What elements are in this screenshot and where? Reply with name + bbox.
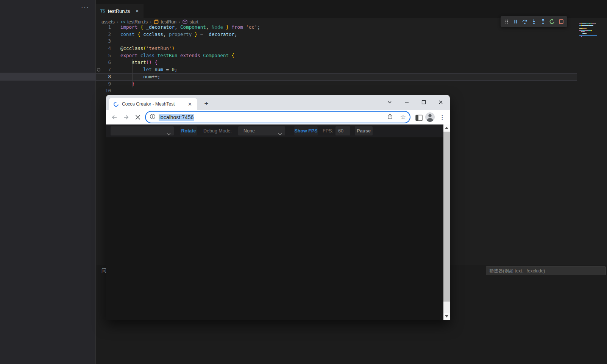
debug-mode-value: None <box>243 128 255 134</box>
minimize-icon[interactable] <box>398 95 415 109</box>
browser-tab[interactable]: Cocos Creator - MeshTest ✕ <box>109 98 197 110</box>
editor-tab-bar: TS testRun.ts × <box>96 0 607 18</box>
code-line[interactable]: 6 start() { <box>96 59 577 66</box>
tab-testrun[interactable]: TS testRun.ts × <box>96 4 144 18</box>
pause-icon[interactable] <box>512 17 520 26</box>
cocos-favicon-icon <box>112 101 119 107</box>
line-number[interactable]: 8 <box>96 73 111 81</box>
line-number[interactable]: 5 <box>96 52 111 59</box>
tab-close-icon[interactable]: × <box>136 8 139 14</box>
show-fps-button[interactable]: Show FPS <box>294 126 318 135</box>
debug-mode-select[interactable]: None <box>238 126 285 135</box>
scroll-down-icon[interactable] <box>443 313 450 320</box>
kebab-menu-icon[interactable]: ⋮ <box>438 113 446 121</box>
line-number[interactable]: 2 <box>96 31 111 38</box>
code-text <box>111 87 120 95</box>
debug-filter-input[interactable] <box>486 266 606 275</box>
device-select[interactable] <box>111 126 174 135</box>
preview-toolbar: Rotate Debug Mode: None Show FPS FPS: 60… <box>106 124 443 137</box>
line-number[interactable]: 4 <box>96 45 111 52</box>
minimap-token <box>579 28 582 29</box>
code-line[interactable]: 7 let num = 0; <box>96 66 577 73</box>
scroll-up-icon[interactable] <box>443 124 450 131</box>
share-icon[interactable] <box>387 113 393 121</box>
address-bar[interactable]: localhost:7456 ☆ <box>146 112 410 123</box>
site-info-icon[interactable] <box>150 114 156 121</box>
code-text <box>111 38 120 45</box>
debug-mode-label: Debug Mode: <box>203 128 232 134</box>
pause-button[interactable]: Pause <box>355 126 373 135</box>
code-line[interactable]: 5export class testRun extends Component … <box>96 52 577 59</box>
forward-icon[interactable] <box>122 113 130 121</box>
step-out-icon[interactable] <box>539 17 547 26</box>
code-text: num++; <box>111 73 160 81</box>
code-text: } <box>111 81 135 88</box>
step-over-icon[interactable] <box>521 17 529 26</box>
restart-icon[interactable] <box>548 17 556 26</box>
browser-window: Cocos Creator - MeshTest ✕ + <box>106 95 450 320</box>
fps-label: FPS: <box>323 128 333 134</box>
window-menu-chevron-icon[interactable] <box>381 95 398 109</box>
url-text[interactable]: localhost:7456 <box>159 114 194 121</box>
chevron-down-icon <box>278 130 282 137</box>
rotate-button[interactable]: Rotate <box>180 126 197 135</box>
minimap-token <box>586 23 589 24</box>
typescript-icon: TS <box>100 9 105 13</box>
minimap-token <box>593 25 593 26</box>
line-number[interactable]: 6 <box>96 59 111 66</box>
minimap-token <box>584 31 585 32</box>
line-number[interactable]: 3 <box>96 38 111 45</box>
profile-avatar[interactable] <box>425 112 435 122</box>
browser-tab-close-icon[interactable]: ✕ <box>186 101 193 108</box>
code-line[interactable]: 9 } <box>96 81 577 88</box>
minimap-line <box>579 38 597 39</box>
minimap-line <box>579 25 597 26</box>
drag-handle-icon[interactable] <box>502 17 511 26</box>
browser-content: Rotate Debug Mode: None Show FPS FPS: 60… <box>106 124 450 320</box>
side-panel-selected-row[interactable] <box>0 73 96 81</box>
minimap-token <box>588 30 591 31</box>
more-actions-button[interactable]: ··· <box>81 4 89 11</box>
code-line[interactable]: 10 <box>96 87 577 95</box>
minimap-line <box>579 31 597 32</box>
code-line[interactable]: 2const { ccclass, property } = _decorato… <box>96 31 577 38</box>
code-text: export class testRun extends Component { <box>111 52 234 59</box>
fps-input[interactable]: 60 <box>335 126 350 135</box>
minimap-token <box>585 25 588 26</box>
code-line[interactable]: 4@ccclass('testRun') <box>96 45 577 52</box>
back-icon[interactable] <box>110 113 119 121</box>
minimap-token <box>582 23 585 24</box>
close-window-icon[interactable] <box>432 95 449 109</box>
maximize-icon[interactable] <box>415 95 432 109</box>
code-text: start() { <box>111 59 158 66</box>
code-text: @ccclass('testRun') <box>111 45 175 52</box>
browser-tab-strip: Cocos Creator - MeshTest ✕ + <box>106 95 450 110</box>
step-into-icon[interactable] <box>530 17 538 26</box>
line-number[interactable]: 7 <box>96 66 111 73</box>
minimap-line <box>579 27 597 28</box>
code-area[interactable]: 1import { _decorator, Component, Node } … <box>96 24 577 95</box>
stop-icon[interactable] <box>557 17 565 26</box>
side-panel-icon[interactable] <box>415 114 423 122</box>
side-panel: ··· <box>0 0 96 364</box>
screen: TS testRun.ts × assets›TStestRun.ts›test… <box>0 0 607 364</box>
new-tab-button[interactable]: + <box>201 99 211 109</box>
stop-loading-icon[interactable] <box>134 113 142 121</box>
minimap[interactable] <box>579 23 597 44</box>
breakpoint-circle-icon[interactable] <box>97 68 100 72</box>
scrollbar[interactable] <box>443 124 450 320</box>
typescript-icon: TS <box>120 20 125 24</box>
minimap-line <box>579 28 597 29</box>
scrollbar-thumb[interactable] <box>443 132 450 302</box>
line-number[interactable]: 1 <box>96 24 111 31</box>
bookmark-star-icon[interactable]: ☆ <box>400 114 406 120</box>
minimap-token <box>581 36 582 37</box>
line-number[interactable]: 10 <box>96 87 111 95</box>
code-line[interactable]: 3 <box>96 38 577 45</box>
minimap-token <box>595 23 596 24</box>
breadcrumb-separator: › <box>150 20 151 24</box>
minimap-token <box>586 28 587 29</box>
window-controls <box>381 95 449 109</box>
line-number[interactable]: 9 <box>96 81 111 88</box>
code-line[interactable]: 8 num++; <box>96 73 577 81</box>
